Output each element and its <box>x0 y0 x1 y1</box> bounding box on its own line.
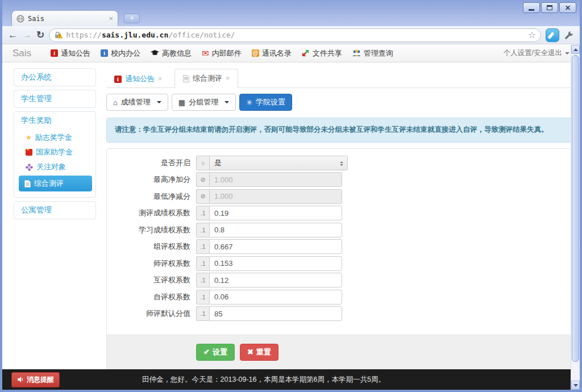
sidebar-item-motivational-scholarship[interactable]: ★ 励志奖学金 <box>14 130 95 145</box>
sidebar-item-national-grant[interactable]: 国家助学金 <box>14 145 95 160</box>
status-bar: 消息提醒 田仲金，您好。今天是：2013-09-16，本周是本学期第6周，本学期… <box>2 369 571 390</box>
maximize-button[interactable] <box>541 2 558 13</box>
pencil-icon <box>547 31 554 39</box>
sidebar-section-student-aid: 学生奖助 ★ 励志奖学金 国家助学金 <box>14 111 96 198</box>
site-navbar: Sais i 通知公告 i 校内办公 高教信息 ✉ 内部邮件 @ 通讯名录 <box>2 44 580 62</box>
close-button[interactable]: ✕ <box>559 2 576 13</box>
nav-item-notices[interactable]: i 通知公告 <box>51 48 90 59</box>
user-group-icon <box>352 49 361 57</box>
sidebar-item-office-system[interactable]: 办公系统 <box>14 69 95 86</box>
form-row-group-weight: 组评权系数 .1 <box>117 239 571 254</box>
flower-icon <box>26 164 33 171</box>
nav-item-campus-office[interactable]: i 校内办公 <box>101 48 140 59</box>
user-settings-menu[interactable]: 个人设置/安全退出 <box>504 48 569 58</box>
nav-item-internal-mail[interactable]: ✉ 内部邮件 <box>202 48 242 59</box>
group-management-button[interactable]: ▦ 分组管理 <box>172 94 236 111</box>
peer-weight-input[interactable] <box>209 273 342 287</box>
chevron-down-icon <box>565 52 569 57</box>
sidebar-item-label: 国家助学金 <box>36 147 73 157</box>
tab-close-icon[interactable]: × <box>226 74 230 82</box>
ban-icon: ⊘ <box>196 189 209 204</box>
grade-management-button[interactable]: ⌂ 成绩管理 <box>106 94 168 111</box>
sidebar-section-office: 办公系统 <box>14 68 96 86</box>
decimal-addon: .1 <box>196 239 209 254</box>
sidebar-item-watch-list[interactable]: 关注对象 <box>14 160 95 174</box>
document-icon <box>183 75 189 82</box>
bookmark-star-icon[interactable]: ☆ <box>528 31 536 40</box>
tab-label: 通知公告 <box>125 74 155 84</box>
browser-tab[interactable]: Sais × <box>11 10 118 26</box>
contacts-icon: @ <box>252 49 259 57</box>
sidebar: 办公系统 学生管理 学生奖助 ★ 励志奖学金 国家助学金 <box>14 68 96 369</box>
sidebar-item-apartment-management[interactable]: 公寓管理 <box>14 202 95 219</box>
submit-button[interactable]: ✔ 设置 <box>196 344 235 361</box>
tab-comprehensive-evaluation[interactable]: 综合测评 × <box>174 69 238 88</box>
self-weight-input[interactable] <box>209 290 342 305</box>
wrench-menu-icon[interactable] <box>564 30 574 40</box>
chevron-down-icon <box>225 101 229 106</box>
nav-item-admin-query[interactable]: 管理查询 <box>352 48 393 59</box>
selected-value: 是 <box>214 158 222 168</box>
decimal-addon: .1 <box>196 223 209 237</box>
minimize-button[interactable] <box>523 2 540 13</box>
asterisk-icon: ✳ <box>246 99 252 106</box>
tab-close-icon[interactable]: × <box>158 75 162 83</box>
minimize-icon <box>529 9 534 11</box>
red-info-icon: i <box>114 76 122 83</box>
close-icon: ✕ <box>565 5 571 11</box>
enabled-select[interactable]: 是 <box>209 156 348 170</box>
form-row-study-weight: 学习成绩权系数 .1 <box>117 223 571 237</box>
reload-button[interactable]: ↻ <box>36 30 44 40</box>
scroll-down-button[interactable] <box>571 381 580 390</box>
sidebar-item-student-aid[interactable]: 学生奖助 <box>14 112 95 129</box>
field-label: 互评权系数 <box>117 275 190 285</box>
reset-label: 重置 <box>256 347 271 357</box>
form-row-eval-weight: 测评成绩权系数 .1 <box>117 206 571 220</box>
sidebar-item-comprehensive-evaluation[interactable]: 综合测评 <box>19 176 92 191</box>
settings-form-panel: 是否开启 ○ 是 最高净加分 ⊘ <box>106 148 572 379</box>
nav-item-label: 高教信息 <box>162 48 192 59</box>
nav-item-higher-edu[interactable]: 高教信息 <box>151 48 192 59</box>
settings-form: 是否开启 ○ 是 最高净加分 ⊘ <box>107 149 571 326</box>
ssl-warning-lock-icon <box>54 31 63 39</box>
message-alert-button[interactable]: 消息提醒 <box>11 372 60 387</box>
scrollbar-thumb[interactable] <box>572 55 579 362</box>
max-bonus-input <box>209 172 342 187</box>
field-label: 最高净加分 <box>117 174 190 185</box>
decimal-addon: .1 <box>196 256 209 271</box>
star-icon: ★ <box>26 134 32 141</box>
tab-notices[interactable]: i 通知公告 × <box>106 70 170 88</box>
nav-item-file-share[interactable]: 文件共享 <box>302 48 342 59</box>
teacher-default-score-input[interactable] <box>209 306 342 321</box>
extension-icon[interactable] <box>546 28 559 42</box>
college-settings-button[interactable]: ✳ 学院设置 <box>239 94 292 111</box>
tab-label: 综合测评 <box>193 73 222 84</box>
field-label: 组评权系数 <box>117 241 190 252</box>
address-bar[interactable]: https://sais.jlu.edu.cn/office/notice/ ☆ <box>49 28 541 42</box>
sidebar-item-label: 关注对象 <box>36 162 66 172</box>
browser-toolbar: ← → ↻ https://sais.jlu.edu.cn/office/not… <box>2 26 580 44</box>
forward-button[interactable]: → <box>22 30 32 40</box>
nav-item-directory[interactable]: @ 通讯名录 <box>252 48 292 59</box>
form-row-min-deduction: 最低净减分 ⊘ <box>117 189 571 204</box>
back-button[interactable]: ← <box>8 30 18 40</box>
arrow-down-icon <box>573 384 578 389</box>
sidebar-section-student-mgmt: 学生管理 <box>14 90 96 108</box>
teacher-weight-input[interactable] <box>209 256 342 271</box>
chevron-down-icon <box>157 101 161 106</box>
content-area: i 通知公告 × 综合测评 × ⌂ 成绩管理 <box>106 68 572 369</box>
tab-close-icon[interactable]: × <box>109 15 113 22</box>
url-path: /office/notice/ <box>168 31 235 39</box>
scroll-up-button[interactable] <box>571 45 580 54</box>
window-controls: ✕ <box>523 2 576 13</box>
vertical-scrollbar[interactable] <box>571 45 580 390</box>
graduation-cap-icon <box>151 50 159 56</box>
new-tab-button[interactable]: + <box>124 14 140 23</box>
reset-button[interactable]: ✖ 重置 <box>240 344 278 361</box>
form-actions: ✔ 设置 ✖ 重置 <box>107 335 571 369</box>
study-weight-input[interactable] <box>209 223 342 237</box>
decimal-addon: .1 <box>196 206 209 220</box>
group-weight-input[interactable] <box>209 239 342 254</box>
eval-weight-input[interactable] <box>209 206 342 220</box>
sidebar-item-student-management[interactable]: 学生管理 <box>14 90 95 107</box>
